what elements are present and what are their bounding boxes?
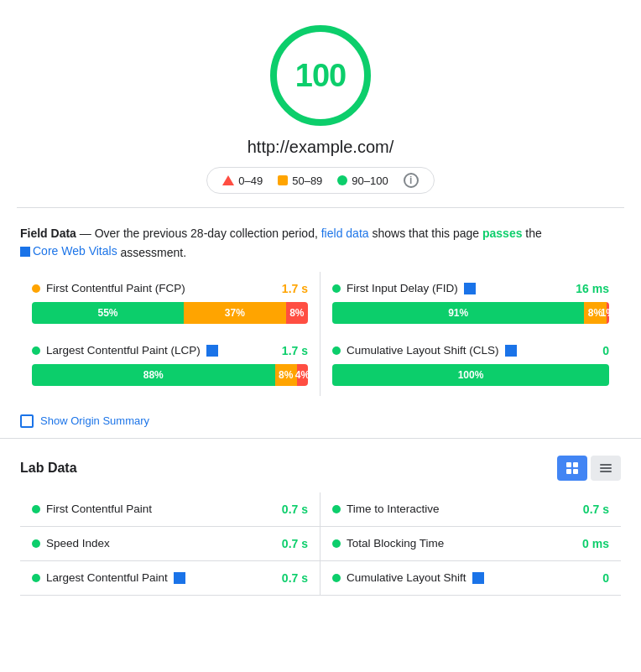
fcp-bar-green: 55% xyxy=(32,302,184,324)
fid-bar-green: 91% xyxy=(332,302,584,324)
fcp-label-text: First Contentful Paint (FCP) xyxy=(46,282,185,294)
lab-tbt-value: 0 ms xyxy=(582,537,609,550)
score-value: 100 xyxy=(295,58,346,94)
lab-cls-label-text: Cumulative Layout Shift xyxy=(347,571,466,584)
fid-label-text: First Input Delay (FID) xyxy=(347,282,458,294)
red-triangle-icon xyxy=(222,175,234,185)
fcp-value: 1.7 s xyxy=(282,282,308,295)
lab-data-section: Lab Data F xyxy=(0,439,641,604)
field-data-header: Field Data — Over the previous 28-day co… xyxy=(20,225,621,262)
lcp-bar-red: 4% xyxy=(297,364,308,386)
lab-metric-fcp-label: First Contentful Paint xyxy=(32,503,152,515)
lab-metric-si-label: Speed Index xyxy=(32,537,110,550)
metric-lcp-label: Largest Contentful Paint (LCP) xyxy=(32,344,218,357)
cls-bar: 100% xyxy=(332,364,609,386)
assessment-text: assessment. xyxy=(117,246,186,259)
legend-item-red: 0–49 xyxy=(222,175,263,187)
field-data-desc-mid: shows that this page xyxy=(369,227,482,240)
cls-bar-green: 100% xyxy=(332,364,609,386)
lab-fcp-dot-icon xyxy=(32,505,40,513)
lcp-info-icon xyxy=(206,345,218,357)
lab-metric-cls: Cumulative Layout Shift 0 xyxy=(320,561,621,596)
fid-dot-icon xyxy=(332,284,341,293)
metric-cls: Cumulative Layout Shift (CLS) 0 100% xyxy=(320,334,621,396)
lab-metric-tti: Time to Interactive 0.7 s xyxy=(320,492,621,527)
fcp-dot-icon xyxy=(32,284,40,293)
score-section: 100 http://example.com/ 0–49 50–89 90–10… xyxy=(0,0,641,207)
view-toggle xyxy=(557,456,621,481)
lab-metric-si: Speed Index 0.7 s xyxy=(20,527,320,561)
field-data-title: Field Data xyxy=(20,227,76,240)
lab-tti-label-text: Time to Interactive xyxy=(347,503,440,515)
lcp-bar: 88% 8% 4% xyxy=(32,364,308,386)
list-icon xyxy=(600,464,612,472)
lab-metric-lcp: Largest Contentful Paint 0.7 s xyxy=(20,561,320,596)
lab-metric-cls-label: Cumulative Layout Shift xyxy=(332,571,484,584)
cls-value: 0 xyxy=(602,344,609,357)
grid-icon xyxy=(566,462,578,474)
toggle-list-button[interactable] xyxy=(591,456,621,481)
lab-metric-tti-label: Time to Interactive xyxy=(332,503,440,515)
metric-fid-row: First Input Delay (FID) 16 ms xyxy=(332,282,609,295)
passes-text: passes xyxy=(482,227,522,240)
lab-cls-info-icon xyxy=(472,572,484,584)
field-data-desc-start: — Over the previous 28-day collection pe… xyxy=(80,227,321,240)
origin-summary-row[interactable]: Show Origin Summary xyxy=(0,404,641,439)
cls-label-text: Cumulative Layout Shift (CLS) xyxy=(347,344,499,357)
lab-cls-value: 0 xyxy=(602,571,609,585)
legend: 0–49 50–89 90–100 i xyxy=(206,167,434,194)
lcp-bar-orange: 8% xyxy=(275,364,297,386)
lcp-dot-icon xyxy=(32,346,40,355)
lab-tbt-label-text: Total Blocking Time xyxy=(347,537,444,550)
field-data-desc-end: the xyxy=(522,227,541,240)
lab-metric-lcp-label: Largest Contentful Paint xyxy=(32,571,185,584)
cls-info-icon xyxy=(505,345,517,357)
field-data-link[interactable]: field data xyxy=(321,227,369,240)
lab-fcp-label-text: First Contentful Paint xyxy=(46,503,152,515)
lab-si-value: 0.7 s xyxy=(282,537,308,550)
fid-bar-red: 1% xyxy=(607,302,609,324)
lab-data-header: Lab Data xyxy=(20,456,621,481)
lab-lcp-value: 0.7 s xyxy=(282,571,308,585)
lab-lcp-info-icon xyxy=(174,572,185,584)
checkbox-icon xyxy=(20,414,34,428)
lab-cls-dot-icon xyxy=(332,574,341,582)
cls-dot-icon xyxy=(332,346,341,355)
fid-bar: 91% 8% 1% xyxy=(332,302,609,324)
lab-data-title: Lab Data xyxy=(20,461,77,476)
lab-lcp-label-text: Largest Contentful Paint xyxy=(46,571,168,584)
lab-metric-tbt-label: Total Blocking Time xyxy=(332,537,444,550)
lcp-label-text: Largest Contentful Paint (LCP) xyxy=(46,344,201,357)
fcp-bar-red: 8% xyxy=(286,302,308,324)
lab-metric-tbt: Total Blocking Time 0 ms xyxy=(320,527,621,561)
metric-fcp-label: First Contentful Paint (FCP) xyxy=(32,282,185,294)
score-circle: 100 xyxy=(270,25,371,126)
lab-tti-value: 0.7 s xyxy=(583,503,609,516)
cwv-link-text: Core Web Vitals xyxy=(33,242,117,260)
field-data-section: Field Data — Over the previous 28-day co… xyxy=(0,208,641,404)
lab-metrics-grid: First Contentful Paint 0.7 s Time to Int… xyxy=(20,492,621,596)
legend-label-orange: 50–89 xyxy=(292,175,322,187)
metric-fid: First Input Delay (FID) 16 ms 91% 8% 1% xyxy=(320,272,621,334)
orange-square-icon xyxy=(278,175,288,185)
metric-fid-label: First Input Delay (FID) xyxy=(332,282,476,294)
cwv-link[interactable]: Core Web Vitals xyxy=(20,242,117,260)
lab-metric-fcp: First Contentful Paint 0.7 s xyxy=(20,492,320,527)
metric-lcp-row: Largest Contentful Paint (LCP) 1.7 s xyxy=(32,344,308,357)
metric-fcp: First Contentful Paint (FCP) 1.7 s 55% 3… xyxy=(20,272,320,334)
lab-si-dot-icon xyxy=(32,539,40,548)
metric-cls-row: Cumulative Layout Shift (CLS) 0 xyxy=(332,344,609,357)
legend-label-red: 0–49 xyxy=(238,175,263,187)
toggle-grid-button[interactable] xyxy=(557,456,587,481)
metric-fcp-row: First Contentful Paint (FCP) 1.7 s xyxy=(32,282,308,295)
lab-tbt-dot-icon xyxy=(332,539,341,548)
legend-item-green: 90–100 xyxy=(337,175,388,187)
metrics-grid: First Contentful Paint (FCP) 1.7 s 55% 3… xyxy=(20,272,621,396)
origin-summary-label[interactable]: Show Origin Summary xyxy=(40,414,149,427)
metric-lcp: Largest Contentful Paint (LCP) 1.7 s 88%… xyxy=(20,334,320,396)
info-icon[interactable]: i xyxy=(404,173,419,188)
lcp-bar-green: 88% xyxy=(32,364,275,386)
fcp-bar: 55% 37% 8% xyxy=(32,302,308,324)
legend-item-orange: 50–89 xyxy=(278,175,322,187)
fid-info-icon xyxy=(464,283,476,294)
